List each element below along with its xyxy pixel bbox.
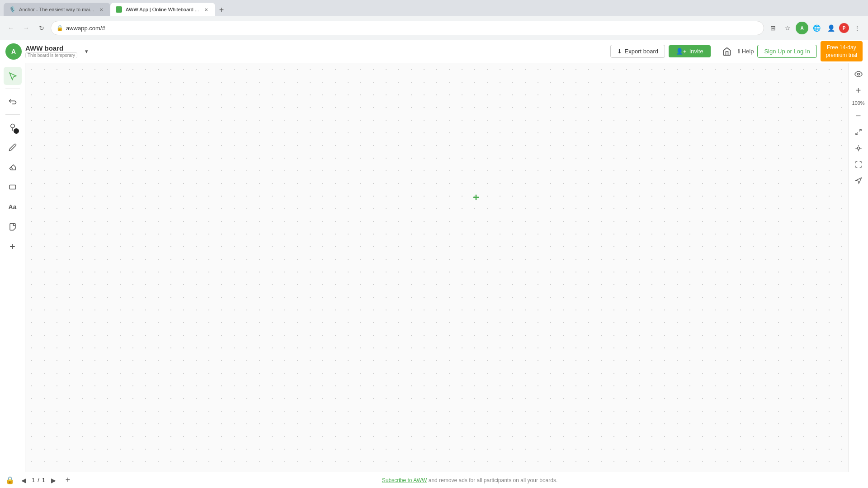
browser-toolbar-icons: ⊞ ☆ A 🌐 👤 P ⋮	[767, 22, 863, 34]
board-temp-badge: This board is temporary	[25, 52, 77, 58]
translate-icon[interactable]: 🌐	[810, 22, 823, 34]
toolbar-separator-2	[5, 114, 20, 115]
address-box[interactable]: 🔒 awwapp.com/#	[51, 21, 764, 35]
help-button[interactable]: ℹ Help	[738, 48, 754, 55]
undo-button[interactable]	[4, 93, 22, 111]
more-options-icon[interactable]: ⋮	[851, 22, 863, 34]
zoom-out-button[interactable]: −	[851, 108, 866, 123]
lock-icon: 🔒	[5, 476, 14, 484]
canvas-area[interactable]: +	[25, 63, 848, 472]
content-area: Aa + +	[0, 63, 868, 472]
invite-button[interactable]: 👤+ Invite	[669, 45, 711, 57]
tab-aww[interactable]: AWW App | Online Whiteboard ... ✕	[110, 3, 215, 16]
subscribe-link[interactable]: Subscribe to AWW	[382, 477, 427, 483]
toolbar-separator-1	[5, 89, 20, 89]
tab-anchor[interactable]: 🎙️ Anchor - The easiest way to mai... ✕	[4, 3, 110, 16]
svg-point-2	[857, 73, 859, 75]
forward-button[interactable]: →	[20, 22, 33, 34]
tab-favicon-2	[116, 6, 122, 13]
invite-label: Invite	[689, 48, 703, 55]
premium-line1: Free 14-day	[826, 44, 857, 52]
svg-point-5	[857, 147, 859, 149]
next-page-button[interactable]: ▶	[48, 475, 59, 486]
export-board-button[interactable]: ⬇ Export board	[610, 45, 665, 58]
fullscreen-button[interactable]	[851, 157, 866, 172]
help-label: Help	[742, 48, 754, 55]
page-current: 1	[32, 477, 35, 483]
tab-bar: 🎙️ Anchor - The easiest way to mai... ✕ …	[0, 0, 868, 16]
bookmark-star-icon[interactable]: ☆	[781, 22, 794, 34]
export-label: Export board	[625, 48, 658, 55]
premium-trial-button[interactable]: Free 14-day premium trial	[821, 41, 863, 62]
new-tab-button[interactable]: +	[215, 4, 228, 16]
eraser-tool-button[interactable]	[4, 158, 22, 176]
svg-rect-1	[9, 185, 16, 189]
lock-icon: 🔒	[57, 25, 63, 31]
text-tool-button[interactable]: Aa	[4, 198, 22, 216]
svg-point-0	[10, 124, 14, 128]
subscribe-rest: and remove ads for all participants on a…	[429, 477, 558, 483]
svg-line-3	[859, 129, 861, 131]
help-icon: ℹ	[738, 48, 740, 55]
address-text: awwapp.com/#	[66, 25, 758, 32]
address-bar-row: ← → ↻ 🔒 awwapp.com/# ⊞ ☆ A 🌐 👤 P ⋮	[0, 16, 868, 40]
home-button[interactable]	[720, 44, 734, 59]
bottom-bar: 🔒 ◀ 1 / 1 ▶ + Subscribe to AWW and remov…	[0, 472, 868, 488]
user-ext-icon[interactable]: 👤	[825, 22, 837, 34]
board-name: AWW board	[25, 44, 77, 52]
aww-ext-icon[interactable]: A	[796, 22, 808, 34]
page-separator: /	[38, 477, 39, 483]
page-navigation: ◀ 1 / 1 ▶	[18, 475, 59, 486]
tab-title-1: Anchor - The easiest way to mai...	[19, 7, 94, 12]
pen-tool-button[interactable]	[4, 138, 22, 156]
add-button[interactable]: +	[4, 238, 22, 256]
svg-line-4	[856, 132, 858, 135]
brush-tool-button[interactable]	[4, 118, 22, 136]
tab-close-1[interactable]: ✕	[98, 6, 105, 13]
view-button[interactable]	[851, 67, 866, 81]
premium-line2: premium trial	[826, 52, 857, 59]
canvas-dot-pattern	[25, 63, 848, 472]
export-icon: ⬇	[617, 48, 622, 55]
sticky-note-button[interactable]	[4, 218, 22, 236]
left-toolbar: Aa +	[0, 63, 25, 472]
back-button[interactable]: ←	[5, 22, 17, 34]
header-right: ℹ Help Sign Up or Log In Free 14-day pre…	[720, 41, 863, 62]
select-tool-button[interactable]	[4, 67, 22, 85]
navigate-button[interactable]	[851, 174, 866, 188]
sign-up-button[interactable]: Sign Up or Log In	[757, 45, 816, 58]
profile-badge[interactable]: P	[839, 23, 849, 33]
app-container: A AWW board This board is temporary ▾ ⬇ …	[0, 40, 868, 488]
prev-page-button[interactable]: ◀	[18, 475, 29, 486]
extensions-icon[interactable]: ⊞	[767, 22, 779, 34]
reload-button[interactable]: ↻	[35, 22, 48, 34]
center-button[interactable]	[851, 141, 866, 155]
board-dropdown-button[interactable]: ▾	[81, 46, 92, 57]
invite-icon: 👤+	[676, 48, 687, 55]
tab-title-2: AWW App | Online Whiteboard ...	[126, 7, 199, 12]
board-name-section: AWW board This board is temporary	[25, 44, 77, 58]
zoom-in-button[interactable]: +	[851, 83, 866, 98]
aww-logo: A	[5, 43, 22, 60]
tab-favicon-1: 🎙️	[9, 6, 15, 13]
tab-close-2[interactable]: ✕	[203, 6, 210, 13]
page-total: 1	[42, 477, 45, 483]
fit-button[interactable]	[851, 125, 866, 139]
zoom-level-display: 100%	[852, 99, 864, 107]
add-page-button[interactable]: +	[62, 475, 73, 486]
app-header: A AWW board This board is temporary ▾ ⬇ …	[0, 40, 868, 63]
right-toolbar: + 100% −	[848, 63, 868, 472]
subscribe-message: Subscribe to AWW and remove ads for all …	[382, 477, 557, 483]
shape-tool-button[interactable]	[4, 178, 22, 196]
color-indicator	[14, 128, 19, 134]
svg-marker-10	[856, 178, 862, 183]
